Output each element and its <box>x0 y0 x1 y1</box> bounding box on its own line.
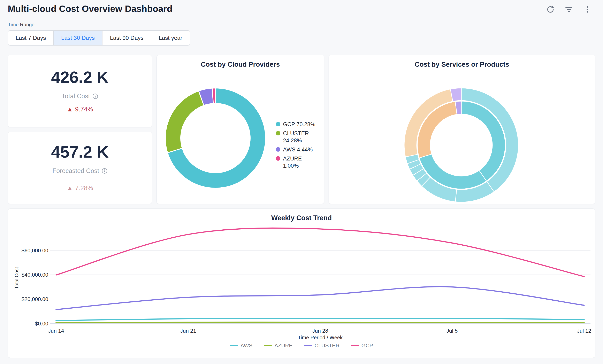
delta-up-arrow: ▲ <box>67 106 73 113</box>
header-toolbar <box>545 4 592 14</box>
delta-value: 7.28% <box>75 185 93 192</box>
total-cost-delta: ▲ 9.74% <box>67 106 93 113</box>
legend-swatch <box>304 345 312 346</box>
x-tick: Jul 12 <box>568 328 601 334</box>
legend-item-cluster[interactable]: CLUSTER <box>304 342 339 349</box>
x-tick: Jul 5 <box>436 328 468 334</box>
page-title: Multi-cloud Cost Overview Dashboard <box>8 4 173 14</box>
total-cost-label: Total Cost <box>62 93 90 100</box>
legend-swatch <box>264 345 272 346</box>
legend-item-azure[interactable]: AZURE <box>264 342 292 349</box>
time-range-last-90-days[interactable]: Last 90 Days <box>102 31 151 45</box>
time-range-last-7-days[interactable]: Last 7 Days <box>8 31 53 45</box>
time-range-button-group: Last 7 Days Last 30 Days Last 90 Days La… <box>8 30 190 45</box>
cost-by-services-card: Cost by Services or Products <box>329 55 595 204</box>
services-sunburst-chart[interactable] <box>329 55 595 204</box>
legend-swatch <box>230 345 238 346</box>
forecasted-cost-delta: ▲ 7.28% <box>67 185 93 192</box>
weekly-cost-trend-card: Weekly Cost Trend Total Cost $60,000.00 … <box>8 209 595 358</box>
filter-button[interactable] <box>564 4 574 14</box>
donut-legend: GCP 70.28% CLUSTER 24.28% AWS 4.44% AZUR… <box>276 121 319 172</box>
total-cost-value: 426.2 K <box>51 69 109 86</box>
legend-item-azure[interactable]: AZURE 1.00% <box>276 155 319 169</box>
legend-item-aws[interactable]: AWS <box>230 342 252 349</box>
legend-swatch <box>276 122 280 126</box>
more-options-button[interactable] <box>582 4 592 14</box>
legend-item-gcp[interactable]: GCP <box>351 342 373 349</box>
delta-up-arrow: ▲ <box>67 185 73 192</box>
trend-legend: AWS AZURE CLUSTER GCP <box>8 342 595 349</box>
x-tick: Jun 14 <box>40 328 72 334</box>
refresh-button[interactable] <box>545 4 555 14</box>
forecasted-cost-value: 457.2 K <box>51 144 109 160</box>
total-cost-card: 426.2 K Total Cost ▲ 9.74% <box>8 55 152 127</box>
info-icon[interactable] <box>93 93 98 99</box>
x-axis-title: Time Period / Week <box>279 335 361 341</box>
legend-item-gcp[interactable]: GCP 70.28% <box>276 121 319 128</box>
info-icon[interactable] <box>102 168 107 174</box>
time-range-last-year[interactable]: Last year <box>151 31 190 45</box>
filter-icon <box>565 5 573 13</box>
legend-item-cluster[interactable]: CLUSTER 24.28% <box>276 130 319 144</box>
dashboard-page: Multi-cloud Cost Overview Dashboard Time… <box>0 0 603 364</box>
legend-swatch <box>276 147 280 152</box>
delta-value: 9.74% <box>75 106 93 113</box>
time-range-label: Time Range <box>8 22 35 27</box>
x-tick: Jun 21 <box>172 328 205 334</box>
legend-swatch <box>276 156 280 161</box>
refresh-icon <box>546 5 555 13</box>
x-tick: Jun 28 <box>304 328 337 334</box>
cost-by-cloud-providers-card: Cost by Cloud Providers GCP 70.28% CLUST… <box>156 55 324 204</box>
time-range-last-30-days[interactable]: Last 30 Days <box>53 31 102 45</box>
legend-item-aws[interactable]: AWS 4.44% <box>276 146 319 153</box>
more-vert-icon <box>583 5 591 13</box>
forecasted-cost-card: 457.2 K Forecasted Cost ▲ 7.28% <box>8 132 152 204</box>
forecasted-cost-label: Forecasted Cost <box>52 167 99 175</box>
legend-swatch <box>276 131 280 135</box>
legend-swatch <box>351 345 359 346</box>
